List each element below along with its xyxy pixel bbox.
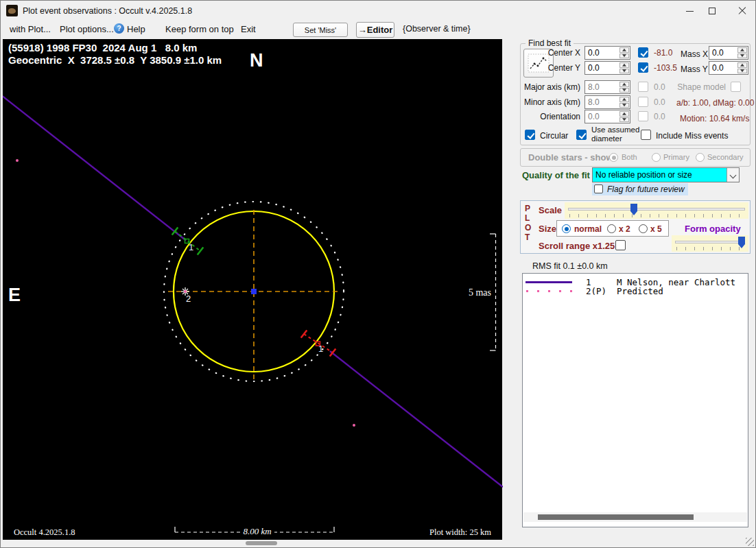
center-x-value[interactable]: 0.0 [585, 47, 619, 59]
observation-id[interactable]: 2(P) [586, 286, 606, 296]
plot-title-line1: (55918) 1998 FP30 2024 Aug 1 8.0 km [8, 42, 197, 53]
center-y-value[interactable]: 0.0 [585, 62, 619, 74]
mass-y-up[interactable] [737, 62, 747, 68]
major-axis-up[interactable] [619, 82, 629, 87]
set-miss-times-button[interactable]: Set 'Miss' Times [293, 23, 348, 37]
close-button[interactable] [728, 1, 756, 21]
center-x-fit-checkbox[interactable] [638, 47, 648, 58]
occultation-plot[interactable]: 1 1 2 (55918) 1998 FP30 20 [2, 39, 502, 540]
observation-name[interactable]: Predicted [617, 286, 663, 296]
mass-x-value[interactable]: 0.0 [709, 47, 737, 59]
orientation-up[interactable] [619, 111, 629, 117]
center-y-spinner[interactable]: 0.0 [584, 61, 630, 75]
observed-chord-line-pre [3, 95, 186, 241]
observation-swatch-line [525, 281, 572, 283]
minor-axis-down[interactable] [619, 103, 629, 108]
mass-x-up[interactable] [737, 47, 747, 53]
menu-with-plot[interactable]: with Plot... [10, 24, 51, 34]
size-normal-label: normal [574, 224, 602, 234]
orientation-spinner[interactable]: 0.0 [584, 110, 630, 123]
orientation-fit-checkbox [638, 111, 648, 121]
menu-help[interactable]: Help [127, 24, 145, 34]
major-axis-spinner[interactable]: 8.0 [584, 80, 630, 94]
form-opacity-slider[interactable] [672, 235, 748, 252]
flag-review-checkbox[interactable] [594, 184, 603, 193]
observations-listbox[interactable] [522, 273, 748, 527]
circular-checkbox[interactable] [525, 130, 535, 140]
center-y-up[interactable] [619, 62, 629, 68]
double-stars-both-radio [609, 153, 618, 162]
size-x2-radio[interactable] [607, 224, 616, 233]
minor-axis-spinner[interactable]: 8.0 [584, 95, 630, 109]
include-miss-events-label: Include Miss events [656, 131, 728, 141]
major-axis-fit-checkbox [638, 82, 648, 92]
orientation-down[interactable] [619, 117, 629, 123]
double-stars-both-label: Both [622, 153, 637, 161]
minimize-button[interactable] [678, 1, 700, 21]
shape-model-checkbox [731, 82, 741, 92]
mass-y-down[interactable] [737, 69, 747, 74]
form-opacity-label: Form opacity [685, 224, 741, 234]
resize-grip[interactable] [746, 538, 754, 546]
plot-letter-o: O [525, 223, 531, 233]
plot-version-label: Occult 4.2025.1.8 [14, 527, 75, 537]
center-y-label: Center Y [508, 63, 580, 73]
minor-axis-label: Minor axis (km) [508, 97, 580, 107]
minor-axis-up[interactable] [619, 97, 629, 102]
ab-dmag-label: a/b: 1.00, dMag: 0.00 [676, 98, 754, 108]
predicted-dot [353, 424, 355, 427]
double-stars-primary-label: Primary [663, 153, 689, 161]
north-label: N [250, 50, 263, 71]
predicted-marker-label: 2 [186, 294, 191, 304]
entry-error-bars [172, 228, 204, 255]
major-axis-value[interactable]: 8.0 [585, 81, 619, 93]
mass-x-down[interactable] [737, 53, 747, 59]
combo-dropdown-icon[interactable] [727, 168, 739, 182]
orientation-fit-value: 0.0 [654, 112, 665, 121]
predicted-swatch-dots [526, 290, 572, 292]
form-opacity-ticks [676, 247, 744, 250]
double-stars-primary-radio [652, 153, 661, 162]
size-normal-radio[interactable] [562, 224, 571, 233]
center-marker [251, 289, 257, 294]
quality-fit-combobox[interactable]: No reliable position or size [592, 167, 740, 182]
size-label: Size [539, 224, 556, 234]
mass-y-value[interactable]: 0.0 [709, 62, 737, 74]
plot-hscrollbar-thumb[interactable] [246, 541, 277, 545]
app-window: Plot event observations : Occult v.4.202… [0, 0, 756, 548]
minor-axis-value[interactable]: 8.0 [585, 96, 619, 108]
circular-label: Circular [540, 131, 568, 141]
horizontal-scale-label: 8.00 km [243, 526, 271, 536]
major-axis-down[interactable] [619, 88, 629, 93]
shape-model-label: Shape model [670, 82, 726, 92]
mass-y-label: Mass Y [681, 64, 708, 74]
maximize-button[interactable] [700, 1, 724, 21]
size-x5-radio[interactable] [639, 224, 648, 233]
double-stars-secondary-radio [696, 153, 705, 162]
double-stars-legend: Double stars - show [528, 152, 613, 163]
center-y-fit-checkbox[interactable] [638, 62, 648, 73]
center-x-down[interactable] [619, 53, 629, 59]
minor-axis-fit-value: 0.0 [654, 97, 665, 107]
center-x-up[interactable] [619, 47, 629, 53]
scroll-range-label: Scroll range x1.25 [539, 241, 615, 251]
list-hscrollbar-thumb[interactable] [538, 514, 694, 520]
menu-exit[interactable]: Exit [241, 24, 256, 34]
mass-x-spinner[interactable]: 0.0 [709, 46, 748, 60]
include-miss-events-checkbox[interactable] [641, 130, 651, 140]
menu-plot-options[interactable]: Plot options... [60, 24, 114, 34]
use-assumed-diameter-checkbox[interactable] [576, 130, 587, 140]
editor-button[interactable]: →Editor [356, 22, 394, 38]
center-x-spinner[interactable]: 0.0 [584, 46, 630, 60]
mass-y-spinner[interactable]: 0.0 [709, 61, 748, 75]
center-y-down[interactable] [619, 69, 629, 74]
use-assumed-line2: diameter [591, 134, 639, 143]
orientation-label: Orientation [508, 112, 580, 121]
center-x-fit-value: -81.0 [654, 48, 672, 58]
motion-label: Motion: 10.64 km/s [680, 114, 749, 123]
menu-keep-form-on-top[interactable]: Keep form on top [165, 24, 234, 34]
orientation-value[interactable]: 0.0 [585, 110, 619, 123]
flag-review-label: Flag for future review [607, 184, 685, 194]
scroll-range-checkbox[interactable] [615, 240, 626, 250]
scale-slider[interactable] [565, 202, 748, 219]
